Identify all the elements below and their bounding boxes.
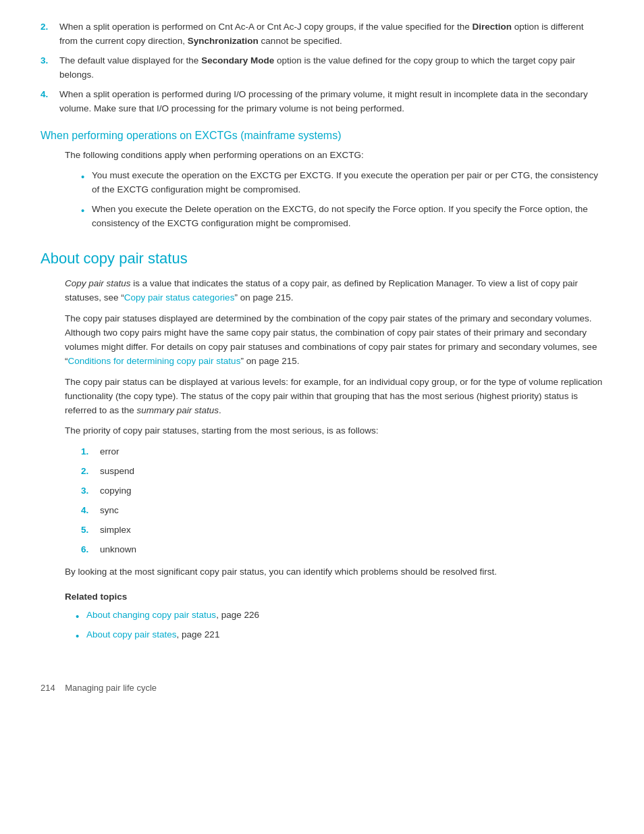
list-num-2: 2. [41,20,48,34]
related-link-1: About changing copy pair status, page 22… [76,608,603,623]
bullet-item-2: When you execute the Delete operation on… [81,203,603,231]
para-copy-status-def: Copy pair status is a value that indicat… [41,277,603,305]
section-exctg-bullets: You must execute the operation on the EX… [65,169,603,231]
section-copy-pair-heading: About copy pair status [41,250,603,267]
related-topics-block: Related topics About changing copy pair … [41,590,603,642]
section-exctg-heading: When performing operations on EXCTGs (ma… [41,130,603,142]
para-looking: By looking at the most significant copy … [41,565,603,579]
link-about-states[interactable]: About copy pair states [86,629,177,640]
list-item-3: 3. The default value displayed for the S… [41,54,603,82]
para-copy-status-levels: The copy pair status can be displayed at… [41,375,603,418]
page-number: 214 [41,683,55,693]
footer: 214 Managing pair life cycle [41,683,603,693]
priority-list: 1. error 2. suspend 3. copying 4. sync 5… [41,445,603,557]
priority-item-3: 3. copying [81,484,603,498]
para-priority-intro: The priority of copy pair statuses, star… [41,424,603,438]
list-num-4: 4. [41,88,48,102]
link-conditions-copy-status[interactable]: Conditions for determining copy pair sta… [68,356,241,366]
priority-item-6: 6. unknown [81,543,603,557]
priority-item-4: 4. sync [81,504,603,518]
list-item-4: 4. When a split operation is performed d… [41,88,603,116]
link-about-changing[interactable]: About changing copy pair status [86,610,216,620]
related-topics-list: About changing copy pair status, page 22… [65,608,603,642]
list-num-3: 3. [41,54,48,68]
bullet-item-1: You must execute the operation on the EX… [81,169,603,197]
list-item-2: 2. When a split operation is performed o… [41,20,603,49]
link-copy-status-categories[interactable]: Copy pair status categories [124,292,235,303]
priority-item-2: 2. suspend [81,465,603,479]
related-topics-label: Related topics [65,590,603,604]
section-exctg: When performing operations on EXCTGs (ma… [41,130,603,232]
priority-item-1: 1. error [81,445,603,459]
para-copy-status-det: The copy pair statuses displayed are det… [41,312,603,369]
footer-text: Managing pair life cycle [65,683,157,693]
section-exctg-intro: The following conditions apply when perf… [65,149,603,163]
related-link-2: About copy pair states, page 221 [76,628,603,642]
top-numbered-list: 2. When a split operation is performed o… [41,20,603,116]
section-copy-pair-status: About copy pair status Copy pair status … [41,250,603,642]
priority-item-5: 5. simplex [81,523,603,538]
